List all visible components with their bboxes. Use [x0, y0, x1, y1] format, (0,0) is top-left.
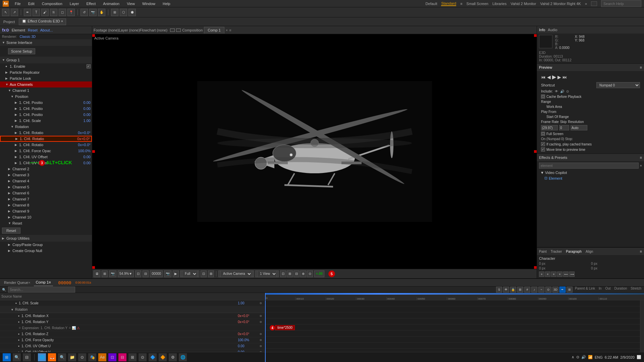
camera-select[interactable]: Active Camera: [220, 270, 252, 277]
app8-btn[interactable]: 🔶: [159, 353, 167, 361]
fps-input[interactable]: [541, 125, 558, 130]
vc-icon-5[interactable]: ⊙: [307, 270, 313, 277]
rq-close[interactable]: ×: [28, 281, 30, 285]
particle-look-row[interactable]: ▶ Particle Look: [0, 75, 92, 81]
firefox-btn[interactable]: 🦊: [48, 353, 56, 361]
tool-select[interactable]: ↖: [2, 9, 9, 16]
app6-btn[interactable]: ⊙: [139, 353, 147, 361]
full-screen-checkbox[interactable]: ☐: [541, 132, 545, 136]
reset-button[interactable]: Reset: [28, 28, 38, 32]
next-frame-btn[interactable]: ▶: [557, 74, 561, 80]
track-uvu[interactable]: [265, 343, 644, 349]
viewport[interactable]: Active Camera: [92, 34, 537, 269]
align-center-btn[interactable]: ≡: [545, 272, 550, 277]
shortcut-select[interactable]: Numpad 0: [596, 82, 640, 88]
vc-zoom[interactable]: 54.9% ▼: [118, 270, 134, 277]
menu-help[interactable]: Help: [161, 1, 172, 6]
vc-fit-icon[interactable]: ⊡: [135, 270, 141, 277]
tl-icon-eye[interactable]: 👁: [503, 287, 509, 293]
tool-camera[interactable]: 📷: [89, 9, 97, 16]
tl-expr-graph[interactable]: 📊: [72, 326, 76, 330]
chrome-btn[interactable]: 🌐: [38, 353, 46, 361]
tl-icon-num[interactable]: #: [524, 287, 530, 293]
channel6-row[interactable]: ▶Channel 6: [0, 190, 92, 196]
vc-grid-icon[interactable]: ⊞: [102, 270, 108, 277]
tl-expr-err[interactable]: ⚠: [77, 326, 80, 330]
tl-uvu-row[interactable]: ● 1. CHI. UV Offset U 0.00 ⊙: [0, 343, 265, 349]
channel7-row[interactable]: ▶Channel 7: [0, 196, 92, 202]
rot2-row[interactable]: 2 ▶ 1. CHI. Rotatio 0x+0.0°: [0, 136, 92, 142]
vc-time[interactable]: 00000: [150, 270, 163, 277]
menu-window[interactable]: Window: [141, 1, 157, 6]
app1-btn[interactable]: ⊙: [78, 353, 86, 361]
element-plugin-item[interactable]: ⊡ Element: [539, 175, 642, 181]
group-utilities-header[interactable]: ▶ Group Utilities: [0, 235, 92, 242]
start-btn[interactable]: ⊞: [3, 353, 11, 361]
align-left-btn[interactable]: ≡: [539, 272, 544, 277]
tool-align[interactable]: ⬡: [120, 9, 127, 16]
video-copilot-item[interactable]: ▼ Video Copilot: [539, 170, 642, 175]
prev-frame-btn[interactable]: ◀: [547, 74, 551, 80]
align-right-btn[interactable]: ≡: [551, 272, 556, 277]
tray-notif[interactable]: ⬜: [637, 355, 641, 359]
vc-plus[interactable]: +.00: [314, 270, 324, 277]
view-select[interactable]: 1 View: [257, 270, 277, 277]
copy-paste-row[interactable]: ▶Copy/Paste Group: [0, 242, 92, 248]
position-header[interactable]: ▼ Position: [0, 94, 92, 100]
channel4-row[interactable]: ▶Channel 4: [0, 178, 92, 184]
menu-edit[interactable]: Edit: [27, 1, 36, 6]
vc-render-icon[interactable]: ⊡: [201, 270, 207, 277]
vc-view-mode[interactable]: Full: [180, 270, 199, 277]
skip-to-end-btn[interactable]: ⏭: [562, 74, 567, 80]
tool-select2[interactable]: ↗: [11, 9, 18, 16]
snapping-toggle[interactable]: ⊞: [111, 9, 118, 16]
cache-checkbox[interactable]: ☐: [541, 95, 545, 99]
tl-rotx-row[interactable]: ● 1. CHI. Rotation X 0x+0.0° ⊙: [0, 313, 265, 319]
channel8-row[interactable]: ▶Channel 8: [0, 202, 92, 208]
app10-btn[interactable]: 🌐: [179, 353, 187, 361]
if-caching-checkbox[interactable]: ✓: [541, 142, 545, 146]
tray-icon2[interactable]: 🔊: [581, 355, 586, 359]
workspace-default[interactable]: Default: [426, 2, 437, 6]
comp1-tab[interactable]: Comp 1 ≡: [34, 279, 53, 286]
ep-expand[interactable]: ≡: [640, 156, 642, 160]
res-input[interactable]: [571, 125, 587, 130]
vc-icon-3[interactable]: ⊟: [293, 270, 300, 277]
ep-clear-button[interactable]: ×: [640, 164, 642, 168]
search-input[interactable]: [601, 0, 641, 7]
paragraph-tab[interactable]: Paragraph: [566, 250, 582, 253]
tool-type[interactable]: T: [33, 9, 40, 16]
ae-btn[interactable]: Ae: [98, 353, 106, 361]
tl-icon-3d[interactable]: 3D: [552, 287, 558, 293]
app2-btn[interactable]: 🎭: [88, 353, 96, 361]
workspace-vahid4k[interactable]: Vahid 2 Monitor Right 4K: [540, 2, 581, 6]
workspace-menu-icon[interactable]: ≡: [460, 2, 462, 6]
menu-composition[interactable]: Composition: [41, 1, 64, 6]
tl-icon-label[interactable]: ⊞: [517, 287, 523, 293]
play-btn[interactable]: ▶: [552, 74, 556, 80]
uv-offset-u-row[interactable]: ▶ 1. CHI. UV Offset 0.00: [0, 154, 92, 160]
vc-monitor-icon[interactable]: 🖥: [94, 270, 100, 277]
pos2-row[interactable]: ▶ 1. CHI. Positio 0.00: [0, 106, 92, 112]
tool-eraser[interactable]: ◻: [59, 9, 66, 16]
search2-btn[interactable]: 🔍: [58, 353, 66, 361]
workspace-standard[interactable]: Standard: [441, 1, 456, 6]
tray-icon3[interactable]: 📶: [588, 355, 593, 359]
vc-icon-2[interactable]: ⊞: [287, 270, 293, 277]
scene-interface-header[interactable]: ▼ Scene Interface: [0, 39, 92, 46]
tl-rotation-section[interactable]: ▼ Rotation: [0, 306, 265, 313]
track-expression[interactable]: time*2500 4: [265, 324, 644, 330]
create-group-null-row[interactable]: ▶Create Group Null: [0, 248, 92, 254]
channel1-header[interactable]: ▼ Channel 1: [0, 87, 92, 94]
justify-btn[interactable]: ≡: [557, 272, 562, 277]
app5-btn[interactable]: ⊞: [128, 353, 137, 361]
vc-icon-1[interactable]: ⊡: [280, 270, 286, 277]
scene-setup-button[interactable]: Scene Setup: [8, 48, 35, 54]
menu-animation[interactable]: Animation: [102, 1, 121, 6]
tl-expr-enable[interactable]: =: [69, 326, 71, 330]
tl-expression-row[interactable]: = Expression: 1. CHI. Rotation Y = 📊 ⚠: [0, 325, 265, 331]
preview-expand[interactable]: ≡: [640, 65, 642, 69]
tl-icon-lock[interactable]: 🔒: [510, 287, 516, 293]
menu-layer[interactable]: Layer: [68, 1, 80, 6]
include-icon1[interactable]: 👁: [555, 89, 558, 93]
